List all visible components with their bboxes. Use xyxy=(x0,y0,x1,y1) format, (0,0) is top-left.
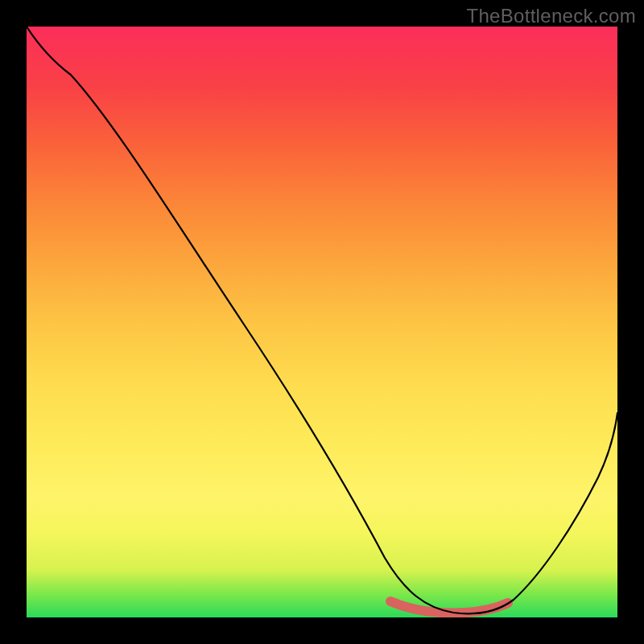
curve-path xyxy=(27,27,617,613)
chart-frame: TheBottleneck.com xyxy=(0,0,644,644)
bottleneck-curve xyxy=(27,27,617,617)
plot-area xyxy=(27,27,617,617)
watermark-text: TheBottleneck.com xyxy=(466,5,636,27)
